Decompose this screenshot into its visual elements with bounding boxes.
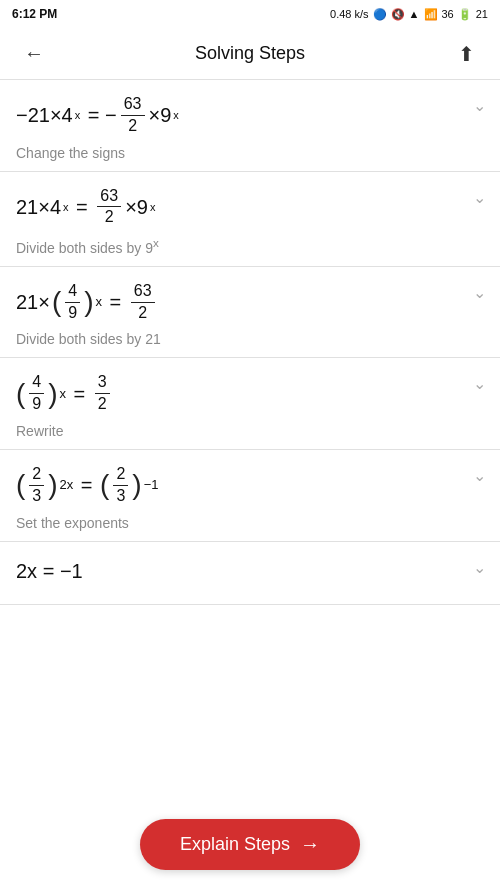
page-title: Solving Steps	[52, 43, 448, 64]
step-3-description: Divide both sides by 21	[16, 331, 484, 347]
explain-steps-label: Explain Steps	[180, 834, 290, 855]
step-3-formula: 21× ( 4 9 ) x = 63 2	[16, 281, 484, 324]
step-2: ⌄ 21×4 x = 63 2 ×9 x Divide both sides b…	[0, 172, 500, 267]
steps-content: ⌄ −21×4 x = − 63 2 ×9 x Change the signs…	[0, 80, 500, 685]
explain-steps-button[interactable]: Explain Steps →	[140, 819, 360, 870]
step-5-formula: ( 2 3 ) 2x = ( 2 3 ) −1	[16, 464, 484, 507]
back-button[interactable]: ←	[16, 42, 52, 65]
explain-btn-bar: Explain Steps →	[0, 807, 500, 888]
step-1-description: Change the signs	[16, 145, 484, 161]
step-3: ⌄ 21× ( 4 9 ) x = 63 2 Divide both sides…	[0, 267, 500, 359]
chevron-4[interactable]: ⌄	[473, 374, 486, 393]
top-bar: ← Solving Steps ⬆	[0, 28, 500, 80]
bluetooth-icon: 🔵	[373, 8, 387, 21]
speed-indicator: 0.48 k/s	[330, 8, 369, 20]
status-icons: 0.48 k/s 🔵 🔇 ▲ 📶 36 🔋 21	[330, 8, 488, 21]
mute-icon: 🔇	[391, 8, 405, 21]
step-5: ⌄ ( 2 3 ) 2x = ( 2 3 ) −1 Set the expone…	[0, 450, 500, 542]
share-button[interactable]: ⬆	[448, 42, 484, 66]
battery-level: 21	[476, 8, 488, 20]
wifi-icon: ▲	[409, 8, 420, 20]
step-6-formula: 2x = −1	[16, 556, 484, 586]
step-4: ⌄ ( 4 9 ) x = 3 2 Rewrite	[0, 358, 500, 450]
signal-icon: 📶	[424, 8, 438, 21]
chevron-3[interactable]: ⌄	[473, 283, 486, 302]
step-1: ⌄ −21×4 x = − 63 2 ×9 x Change the signs	[0, 80, 500, 172]
step-2-formula: 21×4 x = 63 2 ×9 x	[16, 186, 484, 229]
step-2-description: Divide both sides by 9x	[16, 236, 484, 256]
chevron-5[interactable]: ⌄	[473, 466, 486, 485]
step-4-description: Rewrite	[16, 423, 484, 439]
step-6: ⌄ 2x = −1	[0, 542, 500, 605]
battery-icon: 🔋	[458, 8, 472, 21]
chevron-1[interactable]: ⌄	[473, 96, 486, 115]
status-time: 6:12 PM	[12, 7, 57, 21]
step-1-formula: −21×4 x = − 63 2 ×9 x	[16, 94, 484, 137]
step-4-formula: ( 4 9 ) x = 3 2	[16, 372, 484, 415]
chevron-2[interactable]: ⌄	[473, 188, 486, 207]
step-5-description: Set the exponents	[16, 515, 484, 531]
chevron-6[interactable]: ⌄	[473, 558, 486, 577]
network-label: 36	[442, 8, 454, 20]
status-bar: 6:12 PM 0.48 k/s 🔵 🔇 ▲ 📶 36 🔋 21	[0, 0, 500, 28]
explain-steps-arrow: →	[300, 833, 320, 856]
